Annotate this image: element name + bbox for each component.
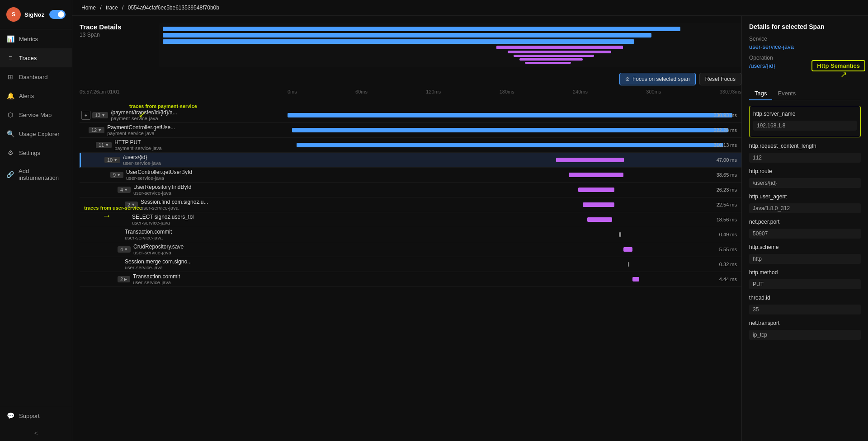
span-count-badge: 9 ▼ — [110, 172, 123, 178]
span-info: Session.merge com.signo... user-service-… — [125, 258, 192, 270]
http-semantics-label: Http Semantics — [811, 60, 865, 71]
tag-value: ip_tcp — [749, 330, 861, 340]
span-info: Transaction.commit user-service-java — [133, 273, 180, 285]
collapse-icon: < — [34, 430, 38, 436]
breadcrumb-home[interactable]: Home — [81, 5, 96, 11]
focus-selected-span-button[interactable]: ⊘ Focus on selected span — [619, 73, 696, 85]
span-service: user-service-java — [126, 175, 192, 181]
sidebar-item-settings[interactable]: ⚙ Settings — [0, 143, 72, 162]
span-info: UserController.getUserById user-service-… — [126, 169, 192, 181]
sidebar-item-add-instrumentation[interactable]: 🔗 Add instrumentation — [0, 162, 72, 187]
sidebar-item-usage-explorer[interactable]: 🔍 Usage Explorer — [0, 124, 72, 143]
span-row[interactable]: Transaction.commit user-service-java 0.4… — [80, 227, 741, 242]
span-left: Session.merge com.signo... user-service-… — [80, 258, 288, 271]
trace-minimap — [159, 23, 741, 67]
sidebar-item-label: Metrics — [19, 36, 38, 42]
span-name: CrudRepository.save — [133, 244, 184, 250]
logo-text: SigNoz — [24, 11, 44, 18]
tag-key: http.server_name — [753, 109, 857, 119]
sidebar-item-label: Service Map — [19, 112, 52, 118]
breadcrumb-trace[interactable]: trace — [106, 5, 118, 11]
reset-focus-button[interactable]: Reset Focus — [699, 73, 741, 85]
span-info: /payment/transfer/id/{id}/a... payment-s… — [111, 109, 177, 121]
tag-key: http.scheme — [749, 242, 861, 252]
sidebar-item-dashboard[interactable]: ⊞ Dashboard — [0, 67, 72, 86]
span-timeline: 4.44 ms — [288, 272, 741, 286]
span-row[interactable]: SELECT signoz.users_tbl user-service-jav… — [80, 212, 741, 227]
span-left: 12 ▼ PaymentController.getUse... payment… — [80, 123, 288, 137]
service-map-icon: ⬡ — [6, 111, 14, 119]
span-timeline: 18.56 ms — [288, 212, 741, 227]
span-service: user-service-java — [141, 205, 208, 211]
theme-toggle[interactable] — [49, 10, 66, 19]
details-panel-title: Details for selected Span — [749, 23, 861, 30]
sidebar-item-label: Traces — [19, 55, 37, 61]
sidebar-item-label: Alerts — [19, 93, 34, 99]
service-value[interactable]: user-service-java — [749, 43, 861, 50]
tag-key: net.transport — [749, 318, 861, 328]
span-row[interactable]: 2 ▼ Session.find com.signoz.u... user-se… — [80, 197, 741, 212]
span-timeline: 5.55 ms — [288, 242, 741, 257]
tag-key: http.user_agent — [749, 192, 861, 202]
tag-key: http.method — [749, 267, 861, 277]
tag-key: net.peer.port — [749, 217, 861, 227]
span-left: 4 ▼ UserRepository.findById user-service… — [80, 183, 288, 197]
span-left: 9 ▼ UserController.getUserById user-serv… — [80, 168, 288, 182]
spans-container: traces from payment-service ↙ traces fro… — [80, 108, 741, 287]
sidebar-item-metrics[interactable]: 📊 Metrics — [0, 29, 72, 48]
tags-list: http.server_name 192.168.1.8 http.reques… — [749, 106, 861, 340]
span-service: user-service-java — [133, 280, 180, 285]
span-info: Session.find com.signoz.u... user-servic… — [141, 199, 208, 211]
tag-key: http.route — [749, 166, 861, 176]
breadcrumb-trace-id: 0554a94cfaf6ec5be613539548f70b0b — [128, 5, 219, 11]
sidebar-item-alerts[interactable]: 🔔 Alerts — [0, 86, 72, 105]
sidebar-item-label: Add instrumentation — [19, 168, 66, 181]
span-row-selected[interactable]: 10 ▼ /users/{id} user-service-java 47.00… — [80, 153, 741, 168]
http-semantics-arrow-icon: ↙ — [840, 70, 847, 80]
timeline-timestamp-row: 05:57:26am 01/01 0ms60ms120ms180ms240ms3… — [80, 89, 741, 94]
span-name: Session.find com.signoz.u... — [141, 199, 208, 205]
span-duration: 0.32 ms — [719, 262, 741, 267]
span-row[interactable]: Session.merge com.signo... user-service-… — [80, 257, 741, 272]
span-name: SELECT signoz.users_tbl — [132, 214, 194, 220]
tag-key: http.request_content_length — [749, 141, 861, 151]
span-service: user-service-java — [125, 235, 172, 240]
span-left: 10 ▼ /users/{id} user-service-java — [81, 153, 289, 167]
breadcrumb-sep1: / — [100, 5, 101, 11]
span-bar — [583, 202, 614, 207]
span-row[interactable]: 12 ▼ PaymentController.getUse... payment… — [80, 123, 741, 138]
span-service: payment-service-java — [111, 116, 177, 121]
sidebar: S SigNoz 📊 Metrics ≡ Traces ⊞ Dashboard … — [0, 0, 72, 441]
usage-explorer-icon: 🔍 — [6, 130, 14, 138]
sidebar-collapse-button[interactable]: < — [0, 425, 72, 441]
span-duration: 18.56 ms — [717, 217, 741, 222]
span-timeline: 0.32 ms — [288, 257, 741, 272]
span-row[interactable]: 4 ▼ UserRepository.findById user-service… — [80, 183, 741, 197]
tag-row-user-agent: http.user_agent Java/1.8.0_312 — [749, 192, 861, 213]
span-bar — [556, 158, 624, 162]
sidebar-item-support[interactable]: 💬 Support — [0, 406, 72, 425]
span-info: UserRepository.findById user-service-jav… — [133, 184, 192, 196]
span-row[interactable]: 9 ▼ UserController.getUserById user-serv… — [80, 168, 741, 183]
trace-title: Trace Details — [80, 23, 152, 31]
sidebar-item-service-map[interactable]: ⬡ Service Map — [0, 105, 72, 124]
logo-icon: S — [6, 7, 21, 22]
span-bar — [623, 247, 632, 252]
span-row[interactable]: 4 ▼ CrudRepository.save user-service-jav… — [80, 242, 741, 257]
span-row[interactable]: 2 ▶ Transaction.commit user-service-java… — [80, 272, 741, 287]
span-duration: 26.23 ms — [717, 187, 741, 192]
expand-collapse-icon[interactable]: + — [81, 111, 90, 120]
tab-tags[interactable]: Tags — [749, 87, 772, 100]
breadcrumb-sep2: / — [122, 5, 123, 11]
span-timeline: 38.65 ms — [288, 168, 741, 182]
span-row[interactable]: 11 ▼ HTTP PUT payment-service-java 310.1… — [80, 138, 741, 153]
tab-events[interactable]: Events — [772, 87, 801, 100]
span-count-badge: 10 ▼ — [104, 157, 120, 163]
span-service: payment-service-java — [107, 131, 175, 136]
tag-value: 50907 — [749, 229, 861, 239]
add-instrumentation-icon: 🔗 — [6, 170, 14, 178]
span-name: UserRepository.findById — [133, 184, 192, 190]
span-row[interactable]: + 13 ▼ /payment/transfer/id/{id}/a... pa… — [80, 108, 741, 123]
sidebar-item-label: Usage Explorer — [19, 131, 60, 137]
sidebar-item-traces[interactable]: ≡ Traces — [0, 48, 72, 67]
